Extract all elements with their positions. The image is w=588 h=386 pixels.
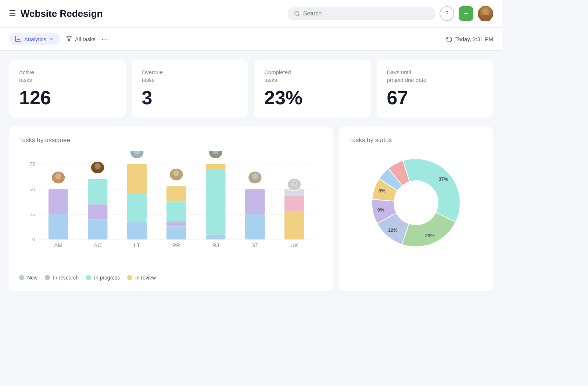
svg-rect-39 [206,169,226,235]
stat-card-completed: Completedtasks 23% [254,59,371,118]
refresh-icon [446,36,452,42]
svg-rect-51 [284,196,304,211]
legend-in-research: In research [45,275,79,281]
svg-rect-31 [166,226,186,239]
stat-card-days: Days untilproject due date 67 [377,59,494,118]
svg-text:AC: AC [94,243,101,248]
donut-area: 37%23%12%9%8% [349,151,483,254]
svg-point-24 [94,163,101,169]
svg-text:8%: 8% [379,188,386,194]
legend-label-new: New [27,275,37,281]
svg-text:ST: ST [251,243,259,248]
legend-in-review: In review [127,275,156,281]
stat-card-active: Activetasks 126 [9,59,126,118]
avatar [478,6,493,21]
stat-value-overdue: 3 [142,88,238,107]
svg-text:50: 50 [29,187,35,192]
svg-rect-45 [245,189,265,214]
svg-point-18 [55,173,61,180]
bar-chart-title: Tasks by assignee [19,137,323,144]
header-right: ? + [288,6,493,21]
stat-value-completed: 23% [264,88,361,107]
svg-text:9%: 9% [377,207,384,213]
analytics-button[interactable]: Analytics [9,33,60,45]
bar-chart-card: Tasks by assignee 0255075AMACLTPRRJSTUK?… [9,126,333,291]
svg-rect-38 [206,234,226,239]
svg-rect-32 [166,221,186,227]
legend-in-progress: In progress [86,275,120,281]
main-content: Activetasks 126 Overduetasks 3 Completed… [0,51,502,300]
more-button[interactable]: ··· [101,35,110,43]
search-icon [294,10,300,17]
svg-rect-14 [49,214,68,239]
legend-dot-in-review [127,275,132,280]
search-bar [288,7,435,20]
svg-text:?: ? [293,181,297,188]
stat-label-days: Days untilproject due date [387,68,483,84]
svg-text:UK: UK [290,243,298,248]
filter-icon [66,36,72,42]
header-left: ☰ Website Redesign [9,8,282,19]
stat-value-active: 126 [19,88,115,107]
stat-label-overdue: Overduetasks [142,68,238,84]
svg-text:AM: AM [54,243,62,248]
svg-text:75: 75 [29,162,35,167]
analytics-label: Analytics [24,36,46,42]
chevron-down-icon [49,36,54,42]
svg-rect-34 [166,186,186,201]
legend-dot-new [19,275,24,280]
bar-chart-svg: 0255075AMACLTPRRJSTUK? [19,151,323,269]
stat-card-overdue: Overduetasks 3 [132,59,248,118]
svg-rect-21 [88,179,108,204]
help-button[interactable]: ? [440,6,454,21]
filter-label: All tasks [75,36,96,42]
bar-chart-area: 0255075AMACLTPRRJSTUK? [19,151,323,269]
donut-svg-container: 37%23%12%9%8% [365,151,467,254]
svg-text:12%: 12% [388,227,397,233]
avatar-image [478,6,493,21]
svg-rect-26 [127,194,147,221]
legend-label-in-review: In review [135,275,156,281]
header: ☰ Website Redesign ? + [0,0,502,28]
legend-label-in-progress: In progress [94,275,120,281]
add-button[interactable]: + [459,6,473,21]
svg-text:LT: LT [134,243,140,248]
svg-rect-20 [88,204,108,219]
svg-rect-40 [206,164,226,169]
stat-cards: Activetasks 126 Overduetasks 3 Completed… [9,59,493,118]
donut-chart-card: Tasks by status 37%23%12%9%8% [339,126,493,291]
svg-text:RJ: RJ [212,243,219,248]
svg-text:0: 0 [32,237,35,242]
svg-point-37 [173,170,179,176]
donut-chart-title: Tasks by status [349,137,483,144]
analytics-icon [15,36,21,42]
svg-line-1 [298,15,300,16]
last-updated: Today, 2:31 PM [455,36,493,42]
project-title: Website Redesign [21,8,103,19]
legend-label-in-research: In research [53,275,79,281]
stat-value-days: 67 [387,88,483,107]
svg-point-3 [483,8,488,15]
legend-new: New [19,275,37,281]
svg-rect-44 [245,214,265,239]
svg-point-48 [252,173,258,180]
charts-row: Tasks by assignee 0255075AMACLTPRRJSTUK?… [9,126,493,291]
search-input[interactable] [303,10,429,17]
toolbar: Analytics All tasks ··· Today, 2:31 PM [0,28,502,51]
stat-label-completed: Completedtasks [264,68,361,84]
svg-text:37%: 37% [438,176,448,182]
menu-icon[interactable]: ☰ [9,9,16,18]
filter-button[interactable]: All tasks [66,36,96,42]
svg-rect-33 [166,201,186,221]
stat-label-active: Activetasks [19,68,115,84]
toolbar-right: Today, 2:31 PM [446,36,493,42]
legend-dot-in-progress [86,275,91,280]
svg-rect-25 [127,221,147,239]
donut-chart-svg: 37%23%12%9%8% [365,151,467,254]
svg-text:25: 25 [29,212,35,217]
svg-rect-27 [127,164,147,194]
svg-rect-50 [284,211,304,239]
svg-rect-15 [49,189,68,214]
svg-marker-5 [67,37,71,41]
bar-legend: New In research In progress In review [19,275,323,281]
